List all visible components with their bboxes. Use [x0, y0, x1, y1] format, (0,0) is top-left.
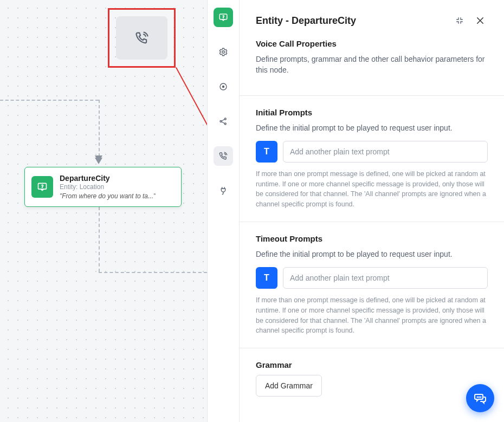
text-prompt-glyph: T: [264, 273, 269, 283]
svg-point-9: [224, 123, 226, 125]
message-question-icon: [218, 12, 228, 22]
svg-point-12: [481, 397, 481, 398]
section-description: Define the initial prompt to be played t…: [256, 122, 488, 133]
section-timeout-prompts: Timeout Prompts Define the initial promp…: [240, 234, 504, 348]
flow-connector: [99, 272, 207, 273]
details-panel: Entity - DepartureCity Voice Call Proper…: [240, 0, 504, 422]
entity-node-subtitle: Entity: Location: [60, 183, 156, 191]
add-grammar-button[interactable]: Add Grammar: [256, 375, 322, 397]
section-grammar: Grammar Add Grammar: [240, 360, 504, 408]
close-icon: [475, 16, 485, 25]
svg-point-4: [222, 51, 225, 54]
arrow-down-icon: [95, 155, 102, 162]
section-heading: Voice Call Properties: [256, 39, 488, 48]
chat-bubbles-icon: [474, 392, 487, 405]
tab-voice[interactable]: [214, 146, 233, 166]
panel-title: Entity - DepartureCity: [256, 15, 447, 27]
panel-header: Entity - DepartureCity: [240, 0, 504, 39]
plug-icon: [218, 186, 228, 196]
timeout-prompt-input[interactable]: [283, 267, 488, 289]
callout-highlight-large: [108, 8, 176, 68]
entity-node-text: DepartureCity Entity: Location "From whe…: [60, 174, 156, 200]
phone-call-icon: [218, 151, 228, 161]
flow-connector: [99, 100, 100, 162]
section-description: Define the initial prompt to be played t…: [256, 249, 488, 259]
collapse-button[interactable]: [452, 13, 467, 28]
minimize-icon: [455, 16, 464, 25]
text-prompt-glyph: T: [264, 147, 269, 157]
svg-point-1: [42, 187, 43, 187]
svg-point-10: [477, 397, 478, 398]
entity-node-card[interactable]: DepartureCity Entity: Location "From whe…: [24, 167, 182, 207]
chat-fab[interactable]: [466, 384, 494, 412]
tab-share[interactable]: [214, 112, 233, 131]
svg-point-6: [223, 86, 224, 88]
message-question-icon: [37, 181, 48, 192]
section-heading: Grammar: [256, 360, 488, 369]
flow-connector: [99, 207, 100, 272]
svg-point-3: [223, 17, 224, 18]
share-nodes-icon: [218, 116, 228, 126]
text-prompt-button[interactable]: T: [256, 267, 277, 289]
svg-point-11: [479, 397, 480, 398]
phone-call-icon: [134, 30, 150, 46]
section-help-text: If more than one prompt message is defin…: [256, 169, 488, 210]
text-prompt-button[interactable]: T: [256, 141, 277, 163]
record-circle-icon: [218, 82, 228, 92]
tab-settings[interactable]: [214, 42, 233, 62]
svg-point-7: [220, 121, 222, 122]
entity-node-prompt: "From where do you want to ta...": [60, 192, 156, 200]
entity-node-title: DepartureCity: [60, 174, 156, 183]
prompt-input-row: T: [256, 267, 488, 289]
section-heading: Initial Prompts: [256, 108, 488, 117]
prompt-input-row: T: [256, 141, 488, 163]
section-heading: Timeout Prompts: [256, 234, 488, 243]
tab-record[interactable]: [214, 77, 233, 96]
gear-icon: [218, 47, 228, 57]
close-button[interactable]: [473, 13, 488, 28]
section-voice-properties: Voice Call Properties Define prompts, gr…: [240, 39, 504, 96]
flow-connector: [0, 100, 99, 101]
initial-prompt-input[interactable]: [283, 141, 488, 163]
svg-point-8: [224, 118, 226, 120]
section-help-text: If more than one prompt message is defin…: [256, 295, 488, 336]
section-description: Define prompts, grammar and the other ca…: [256, 54, 488, 76]
panel-tabstrip: [207, 0, 240, 422]
add-grammar-label: Add Grammar: [265, 381, 313, 390]
flow-canvas[interactable]: DepartureCity Entity: Location "From whe…: [0, 0, 207, 422]
tab-entity[interactable]: [214, 8, 233, 27]
section-initial-prompts: Initial Prompts Define the initial promp…: [240, 108, 504, 222]
tab-power[interactable]: [214, 181, 233, 200]
entity-node-icon: [31, 176, 53, 198]
callout-phone-tile: [116, 16, 167, 60]
